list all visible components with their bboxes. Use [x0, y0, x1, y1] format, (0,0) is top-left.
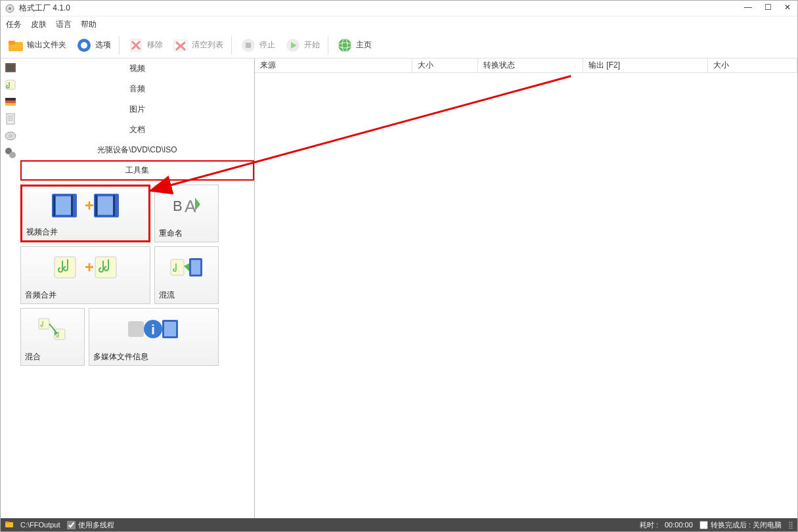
options-icon: [76, 37, 93, 54]
clear-list-button[interactable]: 清空列表: [168, 35, 227, 55]
video-merge-icon: +: [22, 187, 148, 224]
col-source[interactable]: 来源: [255, 58, 412, 72]
svg-marker-44: [195, 198, 200, 211]
svg-rect-20: [7, 64, 14, 71]
close-button[interactable]: ✕: [778, 1, 797, 14]
tool-mux[interactable]: 混流: [154, 246, 219, 304]
options-button[interactable]: 选项: [72, 35, 115, 55]
svg-text:+: +: [85, 258, 94, 276]
svg-rect-57: [164, 322, 176, 336]
svg-rect-34: [56, 196, 73, 215]
disc-tab-icon[interactable]: [4, 129, 17, 143]
svg-rect-40: [95, 195, 97, 216]
elapsed-value: 00:00:00: [665, 521, 693, 529]
start-label: 开始: [304, 39, 320, 51]
col-size[interactable]: 大小: [412, 58, 478, 72]
document-tab-icon[interactable]: [4, 112, 17, 125]
tool-media-info[interactable]: i 多媒体文件信息: [89, 308, 219, 366]
col-output[interactable]: 输出 [F2]: [583, 58, 708, 72]
table-header: 来源 大小 转换状态 输出 [F2] 大小: [255, 58, 797, 73]
multithread-checkbox[interactable]: 使用多线程: [67, 520, 114, 530]
svg-rect-52: [39, 319, 49, 329]
svg-rect-55: [128, 321, 144, 337]
output-folder-label: 输出文件夹: [27, 39, 66, 51]
svg-rect-25: [7, 114, 14, 124]
tool-mix-label: 混合: [21, 349, 84, 365]
statusbar: C:\FFOutput 使用多线程 耗时 : 00:00:00 转换完成后 : …: [1, 518, 797, 531]
category-document[interactable]: 文档: [20, 120, 254, 140]
stop-icon: [240, 37, 257, 54]
tool-mix[interactable]: 混合: [20, 308, 85, 366]
svg-rect-61: [5, 521, 9, 523]
svg-point-32: [9, 152, 16, 158]
multithread-label: 使用多线程: [78, 520, 114, 530]
homepage-button[interactable]: 主页: [332, 35, 376, 55]
maximize-button[interactable]: ☐: [758, 1, 778, 14]
resize-grip[interactable]: ⣿: [788, 521, 793, 529]
svg-rect-41: [113, 195, 115, 216]
homepage-label: 主页: [356, 39, 372, 51]
output-folder-button[interactable]: 输出文件夹: [3, 35, 70, 55]
category-toolset[interactable]: 工具集: [20, 160, 254, 181]
table-body[interactable]: [255, 73, 797, 518]
separator: [231, 36, 232, 55]
app-icon: [5, 3, 15, 14]
svg-marker-49: [184, 263, 189, 271]
tool-mux-label: 混流: [155, 287, 218, 303]
col-size2[interactable]: 大小: [708, 58, 797, 72]
window-controls: — ☐ ✕: [738, 1, 797, 14]
window-title: 格式工厂 4.1.0: [19, 3, 70, 14]
multithread-input[interactable]: [67, 521, 76, 529]
svg-rect-39: [98, 196, 115, 215]
menu-skin[interactable]: 皮肤: [31, 19, 47, 30]
audio-tab-icon[interactable]: [4, 78, 17, 91]
category-dvd[interactable]: 光驱设备\DVD\CD\ISO: [20, 140, 254, 160]
video-tab-icon[interactable]: [4, 61, 17, 74]
svg-rect-3: [9, 41, 15, 45]
audio-merge-icon: +: [21, 247, 150, 287]
svg-rect-36: [71, 195, 73, 216]
globe-icon: [336, 37, 353, 54]
start-button[interactable]: 开始: [280, 35, 324, 55]
col-status[interactable]: 转换状态: [478, 58, 583, 72]
separator: [119, 36, 120, 55]
tool-rename[interactable]: BA 重命名: [154, 185, 219, 242]
tool-video-merge[interactable]: + 视频合并: [20, 185, 150, 242]
menu-language[interactable]: 语言: [56, 19, 72, 30]
svg-rect-23: [5, 98, 16, 100]
picture-tab-icon[interactable]: [4, 95, 17, 108]
svg-rect-35: [53, 195, 55, 216]
remove-icon: [127, 37, 144, 54]
stop-button[interactable]: 停止: [236, 35, 279, 55]
remove-button[interactable]: 移除: [123, 35, 167, 55]
mix-icon: [21, 309, 84, 349]
toolbar: 输出文件夹 选项 移除 清空列表 停止 开始 主页: [1, 32, 797, 58]
category-video[interactable]: 视频: [20, 58, 254, 79]
play-icon: [284, 37, 301, 54]
category-audio[interactable]: 音频: [20, 79, 254, 99]
output-path[interactable]: C:\FFOutput: [20, 521, 60, 529]
after-convert-input[interactable]: [699, 521, 708, 529]
stop-label: 停止: [259, 39, 275, 51]
elapsed-label: 耗时 :: [640, 520, 658, 530]
minimize-button[interactable]: —: [738, 1, 758, 14]
menu-task[interactable]: 任务: [6, 19, 22, 30]
svg-point-5: [81, 42, 87, 49]
tool-video-merge-label: 视频合并: [22, 224, 148, 240]
mux-icon: [155, 247, 218, 287]
tools-tab-icon[interactable]: [4, 146, 17, 160]
after-convert-checkbox[interactable]: 转换完成后 : 关闭电脑: [699, 520, 782, 530]
menu-help[interactable]: 帮助: [81, 19, 97, 30]
svg-text:B: B: [173, 198, 183, 214]
svg-point-1: [9, 7, 11, 10]
tool-audio-merge[interactable]: + 音频合并: [20, 246, 150, 304]
category-picture[interactable]: 图片: [20, 99, 254, 120]
left-panel: 视频 音频 图片 文档 光驱设备\DVD\CD\ISO 工具集 +: [20, 58, 254, 518]
svg-text:+: +: [85, 196, 94, 214]
tool-rename-label: 重命名: [155, 225, 218, 242]
svg-rect-51: [191, 260, 200, 275]
tools-grid: + 视频合并 BA 重命名: [20, 181, 254, 366]
svg-rect-24: [5, 103, 16, 106]
media-info-icon: i: [89, 309, 218, 349]
svg-rect-13: [246, 43, 251, 48]
